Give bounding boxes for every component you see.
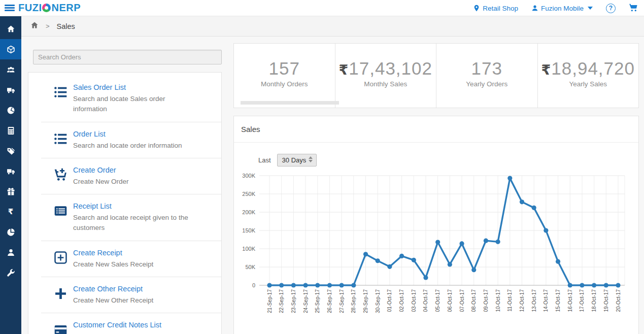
main-content: Sales Order ListSearch and locate Sales …	[21, 37, 644, 334]
sidebar-item-users[interactable]	[0, 59, 21, 80]
x-axis-tick: 08-Oct-17	[471, 289, 477, 312]
x-axis-tick: 17-Oct-17	[579, 289, 585, 312]
stat-card-monthly-orders: 157Monthly Orders	[234, 44, 335, 108]
menu-item-text: Order ListSearch and locate order inform…	[73, 130, 202, 151]
data-point	[387, 264, 392, 269]
sidebar-item-home[interactable]	[0, 19, 21, 39]
cart-icon	[629, 3, 638, 12]
x-axis-tick: 12-Oct-17	[519, 289, 525, 312]
rupee-symbol: ₹	[541, 62, 551, 78]
data-point	[568, 283, 572, 287]
menu-item-link[interactable]: Order List	[73, 130, 198, 138]
menu-item-link[interactable]: Create Order	[73, 166, 198, 174]
menu-item-description: Search and locate receipt given to the c…	[73, 213, 198, 233]
x-axis-tick: 23-Sep-17	[291, 289, 296, 313]
chart-filter-row: Last 30 Days	[258, 154, 317, 166]
menu-item-text: Create OrderCreate New Order	[73, 166, 202, 187]
sales-chart: 050K100K150K200K250K300K21-Sep-1722-Sep-…	[234, 167, 639, 334]
breadcrumb-page: Sales	[57, 22, 75, 30]
menu-item-create-other-receipt[interactable]: Create Other ReceiptCreate New Other Rec…	[41, 277, 221, 313]
menu-item-link[interactable]: Create Other Receipt	[73, 285, 198, 293]
sidebar-item-pie-chart[interactable]	[0, 222, 21, 242]
menu-item-description: Create New Other Receipt	[73, 295, 198, 306]
sidebar-item-package[interactable]	[0, 39, 21, 59]
days-filter-select[interactable]: 30 Days	[277, 154, 317, 166]
breadcrumb-home[interactable]	[30, 21, 39, 31]
help-button[interactable]: ?	[606, 4, 616, 13]
x-axis-tick: 07-Oct-17	[459, 289, 465, 312]
plus-icon	[48, 285, 73, 306]
x-axis-tick: 28-Sep-17	[351, 289, 356, 313]
chevron-down-icon	[588, 7, 593, 10]
logo-text-right: NERP	[51, 2, 81, 14]
stat-label: Monthly Sales	[364, 80, 407, 88]
stat-value-row: 173	[471, 58, 502, 79]
x-axis-tick: 10-Oct-17	[495, 289, 501, 312]
y-axis-tick: 0	[252, 282, 255, 288]
data-point	[351, 283, 356, 287]
home-icon	[7, 25, 15, 34]
data-point	[471, 268, 476, 272]
sidebar-item-gift[interactable]	[0, 181, 21, 202]
stat-label: Yearly Sales	[569, 80, 607, 88]
menu-item-text: Create ReceiptCreate New Sales Receipt	[73, 249, 202, 270]
menu-item-description: Search and locate order information	[73, 141, 198, 151]
menu-item-customer-credit-notes-list[interactable]: Customer Credit Notes ListSearch and loc…	[41, 313, 221, 334]
store-selector[interactable]: Retail Shop	[473, 5, 518, 12]
stats-scrollbar-thumb[interactable]	[241, 101, 339, 105]
sidebar-item-rupee[interactable]: ₹	[0, 202, 21, 222]
sales-panel: Sales Last 30 Days 050K100K150K200K250K3…	[233, 116, 639, 334]
sidebar-item-truck[interactable]	[0, 80, 21, 100]
search-orders-input[interactable]	[33, 50, 222, 64]
x-axis-tick: 15-Oct-17	[555, 289, 561, 312]
menu-item-receipt-list[interactable]: Receipt ListSearch and locate receipt gi…	[41, 194, 221, 241]
data-point	[327, 283, 332, 287]
sidebar-item-user[interactable]	[0, 242, 21, 262]
menu-item-link[interactable]: Sales Order List	[73, 83, 198, 91]
x-axis-tick: 02-Oct-17	[399, 289, 404, 312]
data-point	[459, 241, 464, 246]
credit-card-icon	[48, 321, 73, 334]
sidebar: ₹	[0, 16, 21, 334]
menu-item-create-order[interactable]: Create OrderCreate New Order	[41, 158, 221, 194]
data-point	[303, 283, 308, 287]
x-axis-tick: 24-Sep-17	[303, 289, 309, 313]
menu-item-order-list[interactable]: Order ListSearch and locate order inform…	[41, 122, 221, 158]
y-axis-tick: 150K	[242, 227, 255, 233]
x-axis-tick: 22-Sep-17	[279, 289, 284, 313]
menu-item-sales-order-list[interactable]: Sales Order ListSearch and locate Sales …	[41, 76, 221, 122]
stat-value: 157	[269, 58, 300, 79]
sidebar-item-delivery-truck[interactable]	[0, 161, 21, 181]
stats-panel-cells: 157Monthly Orders₹17,43,102Monthly Sales…	[234, 44, 638, 108]
sidebar-item-calculator[interactable]	[0, 120, 21, 141]
plus-square-icon	[48, 249, 73, 270]
menu-item-text: Receipt ListSearch and locate receipt gi…	[73, 202, 202, 233]
x-axis-tick: 20-Oct-17	[616, 289, 621, 312]
sidebar-item-wrench[interactable]	[0, 262, 21, 283]
cart-button[interactable]	[629, 3, 638, 14]
data-point	[423, 275, 428, 280]
menu-item-create-receipt[interactable]: Create ReceiptCreate New Sales Receipt	[41, 241, 221, 277]
y-axis-tick: 300K	[242, 173, 255, 179]
home-icon	[30, 21, 39, 29]
hamburger-menu-icon[interactable]	[5, 4, 15, 13]
menu-item-link[interactable]: Receipt List	[73, 202, 198, 210]
menu-item-link[interactable]: Create Receipt	[73, 249, 198, 257]
y-axis-tick: 100K	[242, 246, 255, 252]
stat-value-row: 157	[269, 58, 300, 79]
data-point	[556, 259, 560, 264]
data-point	[520, 199, 524, 204]
menu-item-link[interactable]: Customer Credit Notes List	[73, 321, 198, 329]
app-logo[interactable]: FUZI NERP	[18, 2, 81, 14]
x-axis-tick: 25-Sep-17	[315, 289, 320, 313]
data-point	[544, 228, 548, 232]
data-point	[532, 206, 536, 210]
sidebar-item-globe[interactable]	[0, 100, 21, 120]
header-right-group: Retail Shop Fuzion Mobile ?	[473, 0, 638, 16]
top-header: FUZI NERP Retail Shop Fuzion Mobile ?	[0, 0, 644, 16]
sidebar-item-tags[interactable]	[0, 141, 21, 161]
data-point	[496, 240, 500, 244]
user-menu[interactable]: Fuzion Mobile	[531, 5, 593, 12]
gift-icon	[7, 187, 15, 196]
x-axis-tick: 27-Sep-17	[339, 289, 345, 313]
